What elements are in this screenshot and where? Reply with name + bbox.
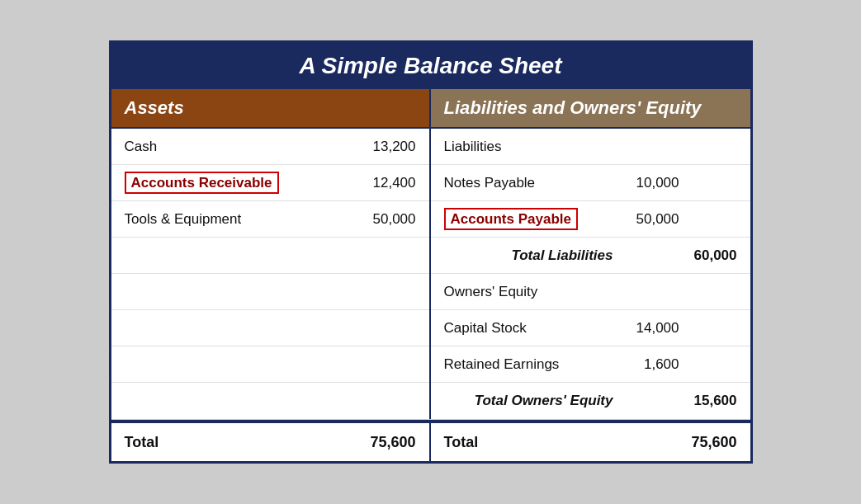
total-owners-equity-label: Total Owners' Equity bbox=[444, 393, 622, 409]
assets-column: Cash 13,200 Accounts Receivable 12,400 T… bbox=[111, 129, 431, 419]
asset-empty-5 bbox=[111, 383, 429, 419]
asset-cash-row: Cash 13,200 bbox=[111, 129, 429, 165]
bottom-totals-row: Total 75,600 Total 75,600 bbox=[111, 420, 750, 461]
liab-total-row: Total Liabilities 60,000 bbox=[431, 238, 750, 274]
liabilities-column: Liabilities Notes Payable 10,000 Account… bbox=[431, 129, 750, 419]
asset-empty-1 bbox=[111, 238, 429, 274]
asset-cash-label: Cash bbox=[125, 139, 358, 155]
asset-ar-highlighted: Accounts Receivable bbox=[125, 172, 279, 194]
liabilities-header-label: Liabilities and Owners' Equity bbox=[444, 97, 702, 118]
liab-total-label: Total Liabilities bbox=[444, 247, 622, 264]
liab-notes-label: Notes Payable bbox=[444, 175, 622, 191]
assets-total-row: Total 75,600 bbox=[111, 422, 429, 461]
liab-notes-row: Notes Payable 10,000 bbox=[431, 165, 750, 201]
asset-ar-label: Accounts Receivable bbox=[125, 175, 358, 191]
assets-total-value: 75,600 bbox=[358, 434, 416, 451]
capital-stock-val1: 14,000 bbox=[622, 320, 679, 337]
page-title: A Simple Balance Sheet bbox=[120, 53, 742, 79]
liabilities-total-row: Total 75,600 bbox=[431, 422, 750, 461]
assets-total-section: Total 75,600 bbox=[111, 422, 431, 461]
liab-ap-highlighted: Accounts Payable bbox=[444, 208, 578, 230]
capital-stock-row: Capital Stock 14,000 bbox=[431, 310, 750, 346]
liabilities-total-label: Total bbox=[444, 434, 679, 451]
asset-ar-row: Accounts Receivable 12,400 bbox=[111, 165, 429, 201]
liab-total-val2: 60,000 bbox=[679, 247, 737, 264]
liab-ap-val1: 50,000 bbox=[622, 211, 679, 228]
title-bar: A Simple Balance Sheet bbox=[111, 43, 750, 89]
liabilities-total-value: 75,600 bbox=[679, 434, 737, 451]
total-owners-equity-val2: 15,600 bbox=[679, 393, 737, 409]
owners-equity-label: Owners' Equity bbox=[444, 284, 622, 300]
liab-notes-val1: 10,000 bbox=[622, 175, 679, 191]
retained-earnings-val1: 1,600 bbox=[622, 356, 679, 373]
assets-header: Assets bbox=[111, 89, 431, 127]
asset-tools-label: Tools & Equipment bbox=[125, 211, 358, 228]
liabilities-total-section: Total 75,600 bbox=[431, 422, 750, 461]
retained-earnings-row: Retained Earnings 1,600 bbox=[431, 346, 750, 383]
liabilities-header: Liabilities and Owners' Equity bbox=[431, 89, 750, 127]
retained-earnings-label: Retained Earnings bbox=[444, 356, 622, 373]
asset-tools-row: Tools & Equipment 50,000 bbox=[111, 201, 429, 238]
asset-cash-value: 13,200 bbox=[358, 139, 416, 155]
asset-empty-3 bbox=[111, 310, 429, 346]
asset-empty-2 bbox=[111, 274, 429, 310]
balance-sheet: A Simple Balance Sheet Assets Liabilitie… bbox=[109, 40, 753, 464]
asset-ar-value: 12,400 bbox=[358, 175, 416, 191]
header-row: Assets Liabilities and Owners' Equity bbox=[111, 89, 750, 129]
total-owners-equity-row: Total Owners' Equity 15,600 bbox=[431, 383, 750, 419]
capital-stock-label: Capital Stock bbox=[444, 320, 622, 337]
liab-ap-label: Accounts Payable bbox=[444, 211, 622, 228]
body-section: Cash 13,200 Accounts Receivable 12,400 T… bbox=[111, 129, 750, 420]
liab-ap-row: Accounts Payable 50,000 bbox=[431, 201, 750, 238]
assets-header-label: Assets bbox=[125, 97, 184, 118]
liab-section-label: Liabilities bbox=[444, 139, 622, 155]
asset-empty-4 bbox=[111, 346, 429, 383]
asset-tools-value: 50,000 bbox=[358, 211, 416, 228]
owners-equity-section: Owners' Equity bbox=[431, 274, 750, 310]
assets-total-label: Total bbox=[125, 434, 358, 451]
liab-section-header: Liabilities bbox=[431, 129, 750, 165]
